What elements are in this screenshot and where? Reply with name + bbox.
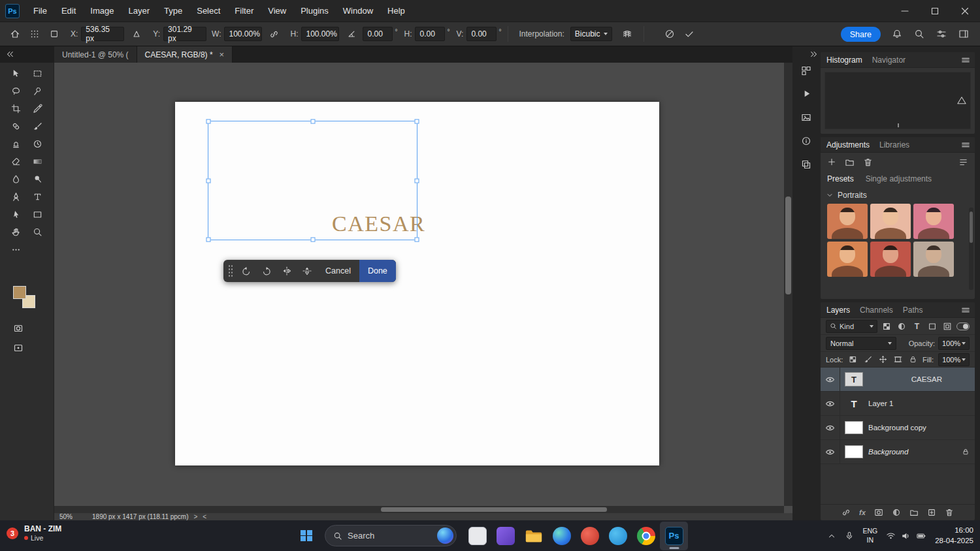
zoom-tool[interactable] [27,227,48,237]
menu-item-window[interactable]: Window [336,0,380,22]
transform-handle-middle-left[interactable] [206,178,211,183]
transform-bounding-box[interactable] [208,121,417,240]
layer-row-caesar[interactable]: T CAESAR [821,368,975,392]
panel-menu-button[interactable] [961,55,970,65]
maximize-button[interactable] [920,0,950,22]
filter-pixel-layers-icon[interactable] [881,320,892,332]
transform-handle-top-middle[interactable] [310,119,315,124]
taskbar-app-purple[interactable] [491,522,519,550]
trash-icon[interactable] [863,157,873,167]
warp-mode-button[interactable] [619,25,636,42]
width-scale-field[interactable]: 100.00% [224,27,262,41]
portrait-preset-thumbnail-1[interactable] [827,204,868,239]
language-indicator[interactable]: ENGIN [862,527,877,544]
fill-select[interactable]: 100% [938,353,970,366]
type-layer-thumbnail[interactable]: T [845,396,863,411]
rectangular-marquee-tool[interactable] [27,68,48,78]
clone-stamp-tool[interactable] [5,138,27,149]
eyedropper-tool[interactable] [27,103,48,114]
horizontal-scrollbar-thumb[interactable] [381,507,607,512]
type-layer-thumbnail[interactable]: T [845,372,863,386]
tab-paths[interactable]: Paths [903,306,923,315]
menu-item-file[interactable]: File [26,0,54,22]
transform-handle-middle-right[interactable] [415,178,419,183]
adjustments-scrollbar[interactable] [969,208,973,290]
menu-item-layer[interactable]: Layer [122,0,157,22]
start-button[interactable] [293,522,320,550]
lock-pixels-icon[interactable] [862,354,873,365]
menu-item-filter[interactable]: Filter [227,0,261,22]
histogram-warning-icon[interactable] [957,96,966,104]
list-view-icon[interactable] [958,157,968,167]
taskbar-edge[interactable] [547,522,576,550]
menu-item-help[interactable]: Help [380,0,412,22]
adjustments-scrollbar-thumb[interactable] [970,212,973,243]
new-group-icon[interactable] [909,508,919,517]
notifications-button[interactable] [889,25,906,42]
pen-tool[interactable] [5,191,27,202]
cancel-transform-button[interactable] [661,25,678,42]
tab-single-adjustments[interactable]: Single adjustments [866,174,932,183]
transform-handle-bottom-right[interactable] [415,238,419,242]
lock-position-icon[interactable] [877,354,888,365]
height-scale-field[interactable]: 100.00% [301,27,339,41]
filter-kind-select[interactable]: Kind [826,320,877,333]
drag-grip-icon[interactable] [228,264,233,277]
menu-item-edit[interactable]: Edit [54,0,83,22]
canvas-area[interactable]: CAESAR Cancel Done [54,63,784,506]
transform-handle-bottom-left[interactable] [206,238,211,242]
toggle-reference-point-checkbox[interactable] [46,25,63,42]
zoom-level-field[interactable]: 50% [59,513,73,520]
filter-adjustment-layers-icon[interactable] [896,320,907,332]
portrait-preset-thumbnail-5[interactable] [870,242,911,277]
collapse-left-button[interactable] [5,50,14,59]
share-button[interactable]: Share [841,27,881,42]
tab-layers[interactable]: Layers [826,306,850,315]
tab-presets[interactable]: Presets [827,174,854,183]
brush-tool[interactable] [27,121,48,131]
tab-navigator[interactable]: Navigator [872,55,906,65]
taskbar-app-red[interactable] [576,522,604,550]
foreground-color-swatch[interactable] [13,286,26,299]
visibility-toggle[interactable] [821,392,840,416]
chevron-up-icon[interactable] [827,531,836,541]
flip-vertical-button[interactable] [297,260,317,282]
quick-mask-button[interactable] [10,322,27,335]
cancel-button[interactable]: Cancel [317,266,359,276]
system-icons-group[interactable] [886,531,926,541]
menu-item-view[interactable]: View [261,0,293,22]
panel-menu-button[interactable] [961,140,970,150]
taskbar-app-blue[interactable] [604,522,632,550]
filter-smart-objects-icon[interactable] [941,320,953,332]
news-widget[interactable]: 3 BAN - ZIM Live [7,524,61,542]
reference-point-button[interactable] [26,25,43,42]
workspace-button[interactable] [955,25,972,42]
minimize-button[interactable] [890,0,920,22]
filter-toggle-switch[interactable] [956,323,970,330]
rotate-clockwise-button[interactable] [256,260,276,282]
flip-horizontal-button[interactable] [276,260,297,282]
panel-menu-button[interactable] [961,306,970,315]
move-tool[interactable] [5,68,27,78]
close-button[interactable] [950,0,980,22]
transform-handle-top-left[interactable] [206,119,211,124]
maintain-aspect-ratio-button[interactable] [265,25,282,42]
status-chevron-right-icon[interactable]: > [194,513,198,520]
actions-panel-button[interactable] [792,84,820,103]
path-selection-tool[interactable] [5,209,27,219]
color-swatches[interactable] [13,286,41,312]
taskbar-chrome[interactable] [632,522,660,550]
folder-icon[interactable] [845,157,855,167]
document-tab-caesar[interactable]: CAESAR, RGB/8) *× [137,46,233,63]
delete-layer-icon[interactable] [945,508,954,517]
portrait-preset-thumbnail-4[interactable] [827,242,868,277]
bing-icon[interactable] [437,527,453,544]
settings-button[interactable] [933,25,950,42]
vertical-skew-field[interactable]: 0.00 [466,27,497,41]
filter-type-layers-icon[interactable]: T [911,320,923,332]
layer-row-background-copy[interactable]: Background copy [821,416,975,440]
portrait-preset-thumbnail-3[interactable] [913,204,954,239]
horizontal-scrollbar[interactable] [54,506,784,513]
portrait-preset-thumbnail-6[interactable] [913,242,954,277]
horizontal-skew-field[interactable]: 0.00 [415,27,445,41]
